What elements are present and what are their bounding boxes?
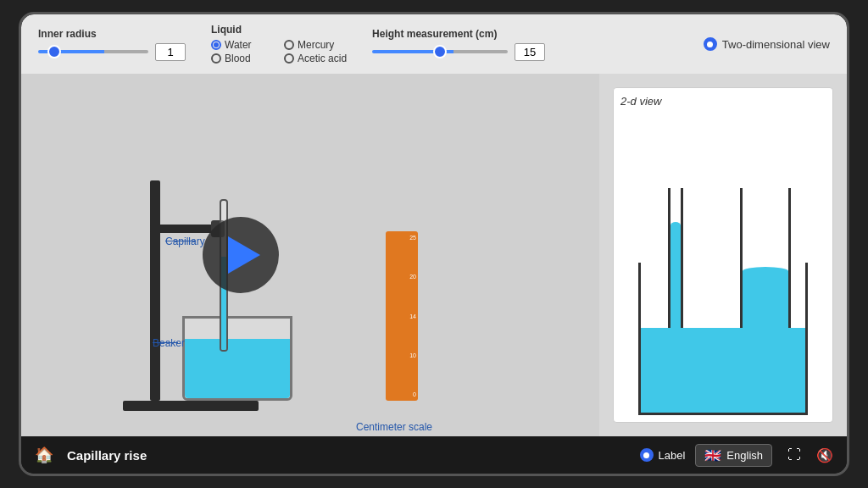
- d2-water-fill: [641, 328, 805, 413]
- mute-button[interactable]: 🔇: [816, 447, 833, 463]
- view-2d-drawing: [620, 113, 826, 415]
- liquid-control: Liquid Water Mercury Blood Acetic acid: [211, 24, 347, 64]
- play-button[interactable]: [203, 217, 279, 293]
- flag-icon: 🇬🇧: [704, 447, 721, 463]
- view-2d-title: 2-d view: [620, 95, 826, 108]
- play-icon: [228, 236, 260, 274]
- scale-tick-14: 14: [409, 313, 416, 319]
- home-button[interactable]: 🏠: [35, 446, 53, 464]
- blood-radio-dot: [211, 53, 221, 64]
- view-2d-panel: 2-d view: [613, 87, 833, 423]
- height-measurement-control: Height measurement (cm) 15: [372, 28, 678, 61]
- scale-tick-20: 20: [409, 274, 416, 280]
- centimeter-scale-label: Centimeter scale: [356, 421, 432, 433]
- fullscreen-icon: ⛶: [787, 447, 801, 462]
- d2-beaker-right: [805, 263, 808, 415]
- d2-beaker-bottom: [638, 413, 808, 415]
- stand-pole: [150, 180, 160, 401]
- liquid-option-water[interactable]: Water: [211, 39, 274, 51]
- inner-radius-value: 1: [155, 43, 186, 61]
- stand-base: [123, 401, 259, 411]
- scale-tick-25: 25: [409, 235, 416, 241]
- height-value: 15: [515, 43, 545, 61]
- language-button[interactable]: 🇬🇧 English: [695, 444, 772, 467]
- acetic-radio-dot: [284, 53, 294, 64]
- app-title: Capillary rise: [67, 448, 626, 463]
- d2-cap-left-meniscus: [670, 222, 681, 229]
- height-slider[interactable]: [372, 50, 508, 53]
- label-toggle[interactable]: Label: [640, 448, 686, 462]
- d2-cap-left-water: [670, 226, 681, 328]
- label-toggle-dot: [640, 448, 654, 462]
- blood-label: Blood: [225, 53, 251, 64]
- beaker-label-group: Beaker: [153, 342, 178, 343]
- beaker: [182, 316, 292, 401]
- height-label: Height measurement (cm): [372, 28, 678, 40]
- scale-tick-10: 10: [409, 352, 416, 358]
- inner-radius-control: Inner radius 1: [38, 28, 186, 61]
- main-content: 25 20 14 10 0 Capillary Beaker Centimete…: [21, 74, 847, 436]
- app-frame: Inner radius 1 Liquid Water Mercury: [19, 12, 849, 476]
- water-label: Water: [225, 39, 252, 51]
- mercury-radio-dot: [284, 40, 294, 50]
- beaker-water: [185, 339, 290, 398]
- beaker-label: Beaker: [153, 337, 185, 349]
- inner-radius-label: Inner radius: [38, 28, 186, 40]
- acetic-label: Acetic acid: [298, 53, 347, 64]
- inner-radius-slider[interactable]: [38, 50, 148, 53]
- height-slider-row: 15: [372, 43, 678, 61]
- bottom-bar: 🏠 Capillary rise Label 🇬🇧 English ⛶ 🔇: [21, 436, 847, 474]
- inner-radius-slider-row: 1: [38, 43, 186, 61]
- liquid-option-acetic[interactable]: Acetic acid: [284, 53, 347, 64]
- two-dim-label: Two-dimensional view: [722, 38, 830, 51]
- mercury-label: Mercury: [298, 39, 334, 51]
- diagram-container: [630, 186, 816, 415]
- two-dim-toggle[interactable]: Two-dimensional view: [704, 37, 830, 51]
- capillary-label-group: Capillary: [165, 241, 196, 241]
- label-toggle-text: Label: [659, 449, 686, 462]
- bottom-right-controls: Label 🇬🇧 English ⛶ 🔇: [640, 444, 833, 467]
- top-controls-bar: Inner radius 1 Liquid Water Mercury: [21, 14, 847, 74]
- d2-cap-right-inner: [788, 188, 791, 328]
- liquid-label: Liquid: [211, 24, 347, 36]
- two-dim-radio-dot: [704, 37, 717, 51]
- liquid-option-blood[interactable]: Blood: [211, 53, 274, 64]
- capillary-label: Capillary: [165, 236, 205, 247]
- d2-cap-right-water: [743, 273, 788, 328]
- lab-scene: 25 20 14 10 0 Capillary Beaker Centimete…: [21, 74, 599, 436]
- scale-tick-0: 0: [413, 391, 416, 397]
- liquid-option-mercury[interactable]: Mercury: [284, 39, 347, 51]
- fullscreen-button[interactable]: ⛶: [782, 446, 806, 464]
- liquid-options: Water Mercury Blood Acetic acid: [211, 39, 347, 64]
- d2-cap-right-meniscus: [743, 267, 788, 275]
- d2-cap-left-inner: [681, 188, 683, 328]
- centimeter-scale: 25 20 14 10 0: [386, 231, 418, 401]
- water-radio-dot: [211, 40, 221, 50]
- language-label: English: [726, 449, 763, 462]
- stand-arm: [150, 225, 218, 233]
